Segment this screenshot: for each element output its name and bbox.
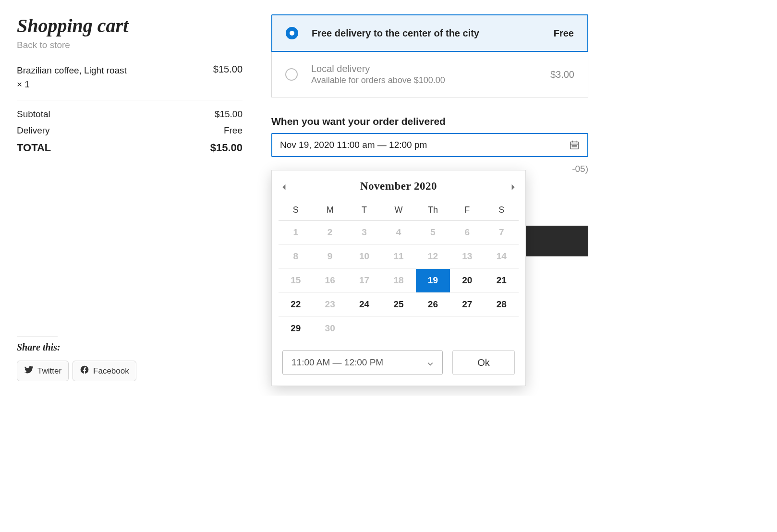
delivery-option-local[interactable]: Local delivery Available for orders abov… xyxy=(271,52,588,97)
delivery-when-label: When you want your order delivered xyxy=(271,116,588,127)
radio-unselected-icon xyxy=(285,68,298,81)
calendar-dow-header: S xyxy=(279,199,313,220)
calendar-day xyxy=(347,316,381,340)
back-to-store-link[interactable]: Back to store xyxy=(17,40,70,50)
delivery-option-title: Local delivery xyxy=(311,63,537,74)
calendar-day: 7 xyxy=(485,220,519,244)
share-twitter-button[interactable]: Twitter xyxy=(17,361,69,381)
subtotal-label: Subtotal xyxy=(17,109,50,120)
time-range-select[interactable]: 11:00 AM — 12:00 PM xyxy=(282,350,443,375)
calendar-day: 17 xyxy=(347,268,381,292)
calendar-month-label: November 2020 xyxy=(360,180,437,193)
calendar-day[interactable]: 25 xyxy=(381,292,415,316)
calendar-day: 15 xyxy=(279,268,313,292)
chevron-down-icon xyxy=(427,359,434,366)
calendar-day: 8 xyxy=(279,244,313,268)
calendar-day xyxy=(485,316,519,340)
share-title: Share this: xyxy=(17,342,243,353)
delivery-label: Delivery xyxy=(17,125,50,136)
calendar-day xyxy=(381,316,415,340)
calendar-icon xyxy=(569,140,580,150)
share-facebook-button[interactable]: Facebook xyxy=(73,361,136,381)
total-value: $15.00 xyxy=(210,142,243,154)
calendar-day[interactable]: 27 xyxy=(450,292,484,316)
calendar-day[interactable]: 28 xyxy=(485,292,519,316)
divider xyxy=(17,337,58,337)
calendar-dow-header: M xyxy=(313,199,347,220)
delivery-option-free[interactable]: Free delivery to the center of the city … xyxy=(271,14,588,52)
calendar-day[interactable]: 26 xyxy=(416,292,450,316)
share-facebook-label: Facebook xyxy=(93,366,129,376)
calendar-day: 1 xyxy=(279,220,313,244)
calendar-day: 6 xyxy=(450,220,484,244)
cart-item-price: $15.00 xyxy=(213,64,243,75)
calendar-day: 5 xyxy=(416,220,450,244)
radio-selected-icon xyxy=(286,27,298,39)
delivery-option-subtitle: Available for orders above $100.00 xyxy=(311,75,537,85)
calendar-day: 18 xyxy=(381,268,415,292)
calendar-day: 30 xyxy=(313,316,347,340)
share-twitter-label: Twitter xyxy=(37,366,61,376)
prev-month-button[interactable] xyxy=(281,183,287,189)
calendar-dow-header: S xyxy=(485,199,519,220)
calendar-day[interactable]: 22 xyxy=(279,292,313,316)
calendar-ok-button[interactable]: Ok xyxy=(452,350,515,375)
calendar-day: 16 xyxy=(313,268,347,292)
calendar-day: 23 xyxy=(313,292,347,316)
calendar-day[interactable]: 21 xyxy=(485,268,519,292)
calendar-day xyxy=(416,316,450,340)
delivery-date-input[interactable]: Nov 19, 2020 11:00 am — 12:00 pm xyxy=(271,133,588,157)
facebook-icon xyxy=(80,365,89,377)
calendar-day: 4 xyxy=(381,220,415,244)
delivery-date-value: Nov 19, 2020 11:00 am — 12:00 pm xyxy=(280,140,427,150)
calendar-day: 9 xyxy=(313,244,347,268)
delivery-option-title: Free delivery to the center of the city xyxy=(312,28,540,39)
delivery-option-price: $3.00 xyxy=(550,69,574,80)
cart-item-qty: × 1 xyxy=(17,78,127,92)
page-title: Shopping cart xyxy=(17,14,243,37)
time-range-value: 11:00 AM — 12:00 PM xyxy=(291,357,383,368)
delivery-option-price: Free xyxy=(554,28,574,39)
calendar-day: 14 xyxy=(485,244,519,268)
calendar-day: 2 xyxy=(313,220,347,244)
calendar-dow-header: T xyxy=(347,199,381,220)
calendar-day xyxy=(450,316,484,340)
calendar-day: 13 xyxy=(450,244,484,268)
cart-item-row: Brazilian coffee, Light roast × 1 $15.00 xyxy=(17,64,243,100)
date-picker-popup: November 2020 SMTWThFS 12345678910111213… xyxy=(271,170,526,386)
calendar-day[interactable]: 20 xyxy=(450,268,484,292)
calendar-grid: SMTWThFS 1234567891011121314151617181920… xyxy=(279,199,519,340)
calendar-day[interactable]: 19 xyxy=(416,268,450,292)
calendar-dow-header: F xyxy=(450,199,484,220)
calendar-day[interactable]: 29 xyxy=(279,316,313,340)
next-month-button[interactable] xyxy=(510,183,516,189)
total-label: TOTAL xyxy=(17,142,51,154)
calendar-day: 10 xyxy=(347,244,381,268)
calendar-dow-header: W xyxy=(381,199,415,220)
calendar-day[interactable]: 24 xyxy=(347,292,381,316)
checkout-button[interactable] xyxy=(526,226,588,256)
twitter-icon xyxy=(24,365,34,377)
calendar-day: 11 xyxy=(381,244,415,268)
calendar-day: 12 xyxy=(416,244,450,268)
cart-item-name: Brazilian coffee, Light roast xyxy=(17,64,127,78)
calendar-day: 3 xyxy=(347,220,381,244)
calendar-dow-header: Th xyxy=(416,199,450,220)
subtotal-value: $15.00 xyxy=(215,109,243,120)
delivery-value: Free xyxy=(224,125,243,136)
